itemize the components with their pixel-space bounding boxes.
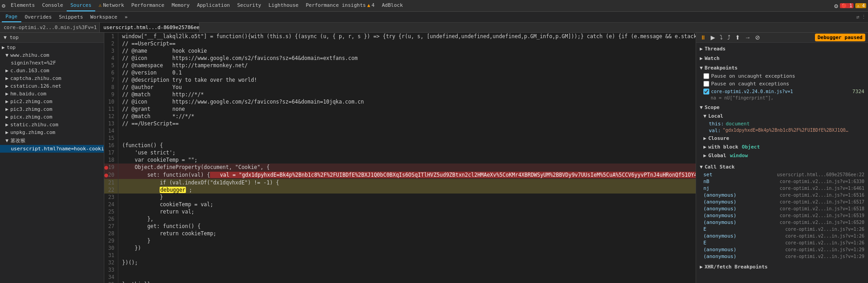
breakpoint-col[interactable]	[104, 84, 108, 91]
tree-item-static[interactable]: ▶ static.zhihu.com	[0, 121, 104, 129]
sub-tab-page[interactable]: Page	[2, 12, 21, 22]
breakpoint-col[interactable]	[104, 120, 108, 127]
breakpoint-col[interactable]	[104, 40, 108, 47]
breakpoint-core-checkbox[interactable]	[703, 89, 709, 94]
breakpoint-col[interactable]	[104, 281, 108, 283]
network-tab[interactable]: ⚠ Network	[95, 0, 128, 11]
performance-insights-tab[interactable]: Performance insights ▲ 4	[302, 0, 378, 11]
breakpoint-col[interactable]	[104, 215, 108, 223]
call-stack-item[interactable]: (anonymous)core-optimi.v2...in.js?v=1:65…	[703, 212, 864, 219]
console-tab[interactable]: Console	[39, 0, 67, 11]
code-editor[interactable]: 1window["__f__lakql2lk.o5t"] = function(…	[104, 33, 696, 283]
with-block-header[interactable]: ▶ with block Object	[703, 143, 864, 151]
security-tab[interactable]: Security	[234, 0, 265, 11]
breakpoint-col[interactable]	[104, 208, 108, 215]
tree-item-captcha[interactable]: ▶ captcha.zhihu.com	[0, 74, 104, 82]
breakpoint-col[interactable]	[104, 273, 108, 281]
breakpoint-col[interactable]	[104, 98, 108, 105]
breakpoint-col[interactable]	[104, 230, 108, 237]
breakpoint-col[interactable]	[104, 201, 108, 208]
breakpoint-col[interactable]	[104, 156, 108, 164]
file-tab-userscript[interactable]: userscript.html...d-8609e25786ee ✕	[100, 23, 200, 32]
breakpoint-col[interactable]	[104, 186, 108, 194]
breakpoint-col[interactable]	[104, 237, 108, 244]
breakpoint-col[interactable]	[104, 33, 108, 40]
sub-tab-workspace[interactable]: Workspace	[87, 12, 121, 22]
tree-item-userscript[interactable]: userscript.html?name=hook-cookie.user.js…	[0, 145, 104, 153]
step-out-button[interactable]: ⬆	[734, 34, 741, 41]
breakpoint-col[interactable]: ●	[104, 171, 108, 179]
breakpoint-col[interactable]	[104, 134, 108, 142]
call-stack-item[interactable]: (anonymous)core-optimi.v2...in.js?v=1:65…	[703, 199, 864, 205]
tree-item-pic3[interactable]: ▶ pic3.zhimg.com	[0, 105, 104, 113]
global-header[interactable]: ▶ Global window	[703, 151, 864, 160]
breakpoint-col[interactable]: ●	[104, 164, 108, 171]
breakpoint-col[interactable]	[104, 47, 108, 55]
step-over-button[interactable]: ⤵	[718, 34, 724, 41]
tree-item-hm[interactable]: ▶ hm.baidu.com	[0, 90, 104, 98]
tree-item-unpkg[interactable]: ▶ unpkg.zhimg.com	[0, 129, 104, 136]
breakpoint-col[interactable]	[104, 69, 108, 76]
elements-tab[interactable]: Elements	[7, 0, 39, 11]
settings-icon[interactable]: ⚙	[834, 2, 838, 10]
tree-item-zhihu[interactable]: ▼ www.zhihu.com	[0, 51, 104, 59]
sources-tab[interactable]: Sources	[67, 0, 95, 11]
breakpoint-col[interactable]	[104, 149, 108, 156]
breakpoint-col[interactable]	[104, 142, 108, 149]
call-stack-item[interactable]: Ecore-optimi.v2...in.js?v=1:26	[703, 239, 864, 246]
breakpoints-header[interactable]: ▼ Breakpoints	[696, 64, 868, 72]
breakpoint-col[interactable]	[104, 91, 108, 98]
breakpoint-col[interactable]	[104, 113, 108, 120]
pause-caught-checkbox[interactable]	[703, 81, 709, 87]
local-header[interactable]: ▼ Local	[703, 112, 864, 120]
breakpoint-col[interactable]	[104, 105, 108, 113]
step-into-button[interactable]: ⤴	[726, 34, 732, 41]
call-stack-item[interactable]: (anonymous)core-optimi.v2...in.js?v=1:26	[703, 233, 864, 239]
call-stack-item[interactable]: nBcore-optimi.v2...in.js?v=1:6330	[703, 178, 864, 185]
scope-header[interactable]: ▼ Scope	[696, 103, 868, 112]
application-tab[interactable]: Application	[193, 0, 234, 11]
adblock-tab[interactable]: AdBlock	[378, 0, 406, 11]
breakpoint-col[interactable]	[104, 62, 108, 69]
tree-item-cstaticun[interactable]: ▶ cstaticun.126.net	[0, 82, 104, 90]
breakpoint-col[interactable]	[104, 244, 108, 252]
threads-header[interactable]: ▶ Threads	[696, 45, 868, 53]
call-stack-item[interactable]: (anonymous)core-optimi.v2...in.js?v=1:29	[703, 253, 864, 260]
breakpoint-col[interactable]	[104, 194, 108, 201]
performance-tab[interactable]: Performance	[128, 0, 168, 11]
xhr-header[interactable]: ▶ XHR/fetch Breakpoints	[696, 263, 868, 271]
call-stack-item[interactable]: (anonymous)core-optimi.v2...in.js?v=1:29	[703, 246, 864, 253]
menu-icon[interactable]: ⋮	[861, 14, 866, 20]
resume-button[interactable]: ▶	[709, 34, 717, 41]
breakpoint-col[interactable]	[104, 76, 108, 84]
breakpoint-col[interactable]	[104, 127, 108, 134]
step-button[interactable]: →	[743, 34, 752, 41]
file-tab-core[interactable]: core-optimi.v2...0.min.js%3Fv=1	[0, 23, 100, 32]
call-stack-item[interactable]: (anonymous)core-optimi.v2...in.js?v=1:65…	[703, 219, 864, 226]
call-stack-header[interactable]: ▼ Call Stack	[696, 163, 868, 171]
breakpoint-col[interactable]	[104, 252, 108, 259]
call-stack-item[interactable]: Ecore-optimi.v2...in.js?v=1:26	[703, 226, 864, 233]
lighthouse-tab[interactable]: Lighthouse	[265, 0, 302, 11]
breakpoint-col[interactable]	[104, 55, 108, 62]
breakpoint-col[interactable]	[104, 223, 108, 230]
breakpoint-col[interactable]	[104, 259, 108, 266]
tree-item-signin[interactable]: signin?next=%2F	[0, 59, 104, 67]
memory-tab[interactable]: Memory	[168, 0, 193, 11]
sub-tab-more[interactable]: »	[121, 12, 132, 22]
call-stack-item[interactable]: njcore-optimi.v2...in.js?v=1:6461	[703, 185, 864, 192]
call-stack-item[interactable]: (anonymous)core-optimi.v2...in.js?v=1:65…	[703, 192, 864, 199]
watch-header[interactable]: ▶ Watch	[696, 54, 868, 63]
call-stack-item[interactable]: setuserscript.html...609e25786ee:22	[703, 171, 864, 178]
pause-uncaught-checkbox[interactable]	[703, 73, 709, 79]
call-stack-item[interactable]: (anonymous)core-optimi.v2...in.js?v=1:65…	[703, 205, 864, 212]
sidebar-tree[interactable]: ▶ top ▼ www.zhihu.com signin?next=%2F ▶ …	[0, 43, 104, 283]
tree-item-top[interactable]: ▶ top	[0, 44, 104, 51]
right-panel-content[interactable]: ▶ Threads ▶ Watch ▼ Breakpoints	[696, 43, 868, 283]
breakpoint-col[interactable]	[104, 266, 108, 273]
tree-item-tamper[interactable]: ▼ 篡改猴	[0, 136, 104, 145]
closure-header[interactable]: ▶ Closure	[703, 134, 864, 143]
sub-tab-snippets[interactable]: Snippets	[55, 12, 87, 22]
sub-tab-overrides[interactable]: Overrides	[21, 12, 56, 22]
tree-item-pic2[interactable]: ▶ pic2.zhimg.com	[0, 98, 104, 105]
